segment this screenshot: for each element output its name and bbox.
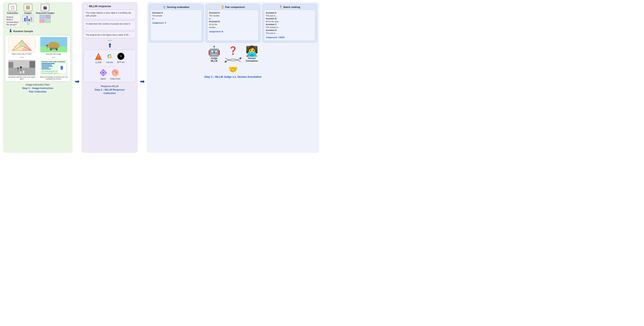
gpt4v-icon-inner: ✦ [118,53,124,60]
gemini-logo: G [106,52,114,61]
qwen-name: Qwen [100,78,106,80]
svg-rect-20 [20,71,22,74]
svg-point-16 [46,45,48,46]
batch-icon: 🥇 [279,6,282,9]
model-chatunivi: 🦄 Chat-UniVi [110,69,120,80]
scoring-content: Assistant A:The answeris…. Judgement: 4 [150,10,202,41]
step3-label: Step 3：MLLM Judge v.s. Human Annotation [149,75,317,79]
svg-point-42 [98,55,99,57]
chatunivi-logo: 🦄 [111,69,120,77]
model-llava: LLaVA [94,52,103,64]
seq-img-3 [40,19,45,23]
batch-assistant-a-label: Assistant A [266,12,276,14]
instruction-card: Analyze: What is unusual about this pict… [5,15,20,27]
svg-text:77% currently working from hom: 77% currently working from home [41,71,58,72]
model-qwen: Qwen [99,69,108,80]
seq-img-2 [45,15,51,19]
question-area: ❓ 🤝 [223,46,243,74]
random-sample-arrow: ⬇ Random Sample [5,29,70,34]
bar4 [30,17,32,21]
svg-text:✦: ✦ [120,55,122,57]
qwen-logo [99,69,108,77]
images-col [22,15,34,25]
pair-assistant-a-label: Assistant A [209,12,220,14]
chatunivi-name: Chat-UniVi [110,78,120,80]
dot-grid [27,23,29,25]
step2-section-label: Response MLLM [94,85,124,88]
pair-assistant-b-label: Assistant B [209,21,220,23]
sample-img-infographic: WORKING FROM HOME IS WORKING 77% current… [40,60,67,76]
scoring-assistant-a-label: Assistant A [152,12,163,14]
instruction-group: 📋 Instruction Analyze: What is unusual a… [5,4,20,27]
step1-top-icons: 📋 Instruction Analyze: What is unusual a… [5,4,70,27]
arrow-up-box: ⬆ [108,42,112,49]
sample-img-geo: 21 9 7 [8,37,36,53]
down-arrow-icon: ⬇ [9,29,12,34]
dots-item-1 [6,57,37,59]
step1-box: 📋 Instruction Analyze: What is unusual a… [3,2,72,153]
models-dots-1: … … … [86,65,133,67]
eval-card-pair: 🏆 Pair comparison Assistant A:The number… [206,4,260,43]
llava-name: LLaVA [95,61,102,64]
batch-judgement: Judgement: CBAD [266,36,314,39]
llava-logo [94,52,103,61]
svg-point-14 [50,49,52,51]
svg-rect-26 [8,62,13,68]
step1-to-step2-arrow: ➡ [75,78,79,85]
svg-text:9: 9 [14,46,15,47]
batch-content: Assistant A:The year is…. Assistant B:As… [264,10,316,41]
dots-1 [20,57,24,58]
step2-to-step3-arrow: ➡ [140,78,144,85]
svg-rect-27 [30,61,35,68]
models-row-2: Qwen 🦄 Chat-UniVi [86,69,133,80]
sample-img-hay [40,37,67,53]
eval-card-batch: 🥇 Batch ranking Assistant A:The year is…… [262,4,317,43]
sequential-group: 🎬 Sequential images [36,4,54,23]
sample-img-street [8,60,36,76]
scoring-icon: ⚖️ [163,6,166,9]
step1-section-label: Image-Instruction Pairs Step 1：Image-Ins… [5,83,70,94]
bar1 [24,18,26,21]
batch-title: Batch ranking [283,6,300,9]
gemini-name: Gemini [106,61,113,64]
scoring-header: ⚖️ Scoring evaluation [150,6,202,9]
judge-mllm-agent: 🤖 JudgeMLLM [208,46,220,62]
eval-methods-row: ⚖️ Scoring evaluation Assistant A:The an… [149,4,317,43]
svg-point-15 [56,49,58,51]
model-gpt4v: ✦ GPT-4V [116,52,125,64]
svg-rect-34 [41,69,51,70]
chatunivi-icon-inner: 🦄 [112,69,119,76]
random-sample-label: Random Sample [13,30,33,33]
batch-assistant-b-label: Assistant B [266,18,276,20]
sample-caption-geo: What is the Area of CHD? [12,53,32,55]
judge-mllm-label: JudgeMLLM [210,57,217,62]
gpt4v-logo: ✦ [116,52,125,61]
model-gemini: G Gemini [106,52,114,64]
sample-item-geo: 21 9 7 What is the Area of CHD? [6,37,37,55]
pair-icon: 🏆 [221,6,224,9]
bar2 [26,16,28,21]
sample-item-street: Someone said this man is an angel, why? [6,60,37,80]
sample-caption-hay: Describe this image. [46,53,62,55]
doc-icon: 📄 [84,4,88,8]
step2-step-label: Step 2：MLLM ResponseCollection [94,88,124,95]
step3-bottom: 🤖 JudgeMLLM ❓ [149,44,317,74]
batch-assistant-d-label: Assistant D [266,29,276,31]
gpt4v-name: GPT-4V [117,61,124,64]
instruction-label: Instruction [7,12,18,14]
sample-caption-infographic: What percentage of workers are not worki… [38,76,69,80]
response-card-3: The largest bar in the figure has a valu… [84,32,136,38]
pair-content: Assistant A:The numberis…. Assistant B:A… [207,10,259,41]
curved-arrows-svg [223,56,243,64]
response-dots [108,40,111,41]
sample-item-hay: Describe this image. [38,37,69,55]
pair-header: 🏆 Pair comparison [207,6,259,9]
seq-row-2 [40,19,51,23]
scoring-title: Scoring evaluation [167,6,189,9]
sample-item-infographic: WORKING FROM HOME IS WORKING 77% current… [38,60,69,80]
human-annotation-agent: 👩‍💻 HumanAnnotation [246,46,258,62]
step2-box: 📄 MLLM response The image depicts a rain… [82,2,138,153]
step2-label: Response MLLM Step 2：MLLM ResponseCollec… [94,84,124,95]
images-icon: 🖼️ [24,4,32,11]
seq-images-box [40,15,51,23]
